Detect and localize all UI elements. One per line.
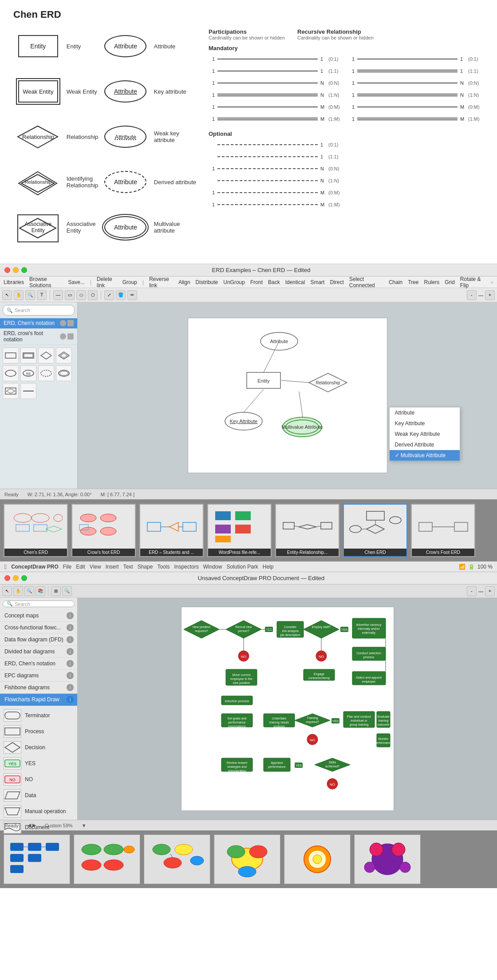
menu2-view[interactable]: View: [90, 564, 101, 570]
thumb2-item-1[interactable]: [4, 834, 70, 884]
lib-icon-5[interactable]: [3, 365, 19, 381]
maximize-button[interactable]: [21, 267, 27, 273]
thumb-students[interactable]: ERD – Students and ...: [139, 504, 204, 557]
sidebar2-cross-functional[interactable]: Cross-functional flowc... i: [0, 622, 77, 634]
menu-smart[interactable]: Smart: [310, 279, 324, 285]
menu2-tools[interactable]: Tools: [157, 564, 170, 570]
thumb2-item-2[interactable]: [74, 834, 140, 884]
thumb2-item-6[interactable]: [354, 834, 421, 884]
lib-icon-8[interactable]: [56, 365, 72, 381]
menu2-inspectors[interactable]: Inspectors: [174, 564, 198, 570]
menu-rotate-flip[interactable]: Rotate & Flip: [460, 276, 485, 288]
sidebar-item-crowsfoot[interactable]: ERD, crow's foot notation: [0, 328, 77, 345]
menu-browse[interactable]: Browse Solutions: [29, 276, 63, 288]
sidebar-item-chen[interactable]: ERD, Chen's notation: [0, 318, 77, 328]
app2-zoom-in[interactable]: +: [485, 586, 495, 596]
menu-grid[interactable]: Grid: [445, 279, 455, 285]
data-shape[interactable]: [4, 789, 21, 802]
app2-hand-tool[interactable]: ✋: [13, 586, 23, 596]
chen-settings-icon[interactable]: [67, 320, 74, 326]
app2-zoom-out[interactable]: -: [467, 586, 477, 596]
decision-shape[interactable]: [4, 741, 21, 754]
toolbar-text[interactable]: T: [37, 290, 47, 300]
toolbar-zoom-in2[interactable]: +: [485, 290, 495, 300]
sidebar2-dfd[interactable]: Data flow diagram (DFD) i: [0, 634, 77, 646]
close-button[interactable]: [4, 267, 10, 273]
ctx-attribute[interactable]: Attribute: [390, 407, 460, 418]
app2-close-button[interactable]: [4, 575, 10, 581]
menu2-text[interactable]: Text: [123, 564, 133, 570]
thumb-chen-erd[interactable]: Chen ERD: [343, 504, 407, 557]
lib-icon-4[interactable]: [56, 348, 72, 364]
sidebar2-flowcharts[interactable]: Flowcharts Rapid Draw i: [0, 694, 77, 706]
minimize-button[interactable]: [13, 267, 19, 273]
thumb-crowsfoot[interactable]: Crow's foot ERD: [71, 504, 136, 557]
crows-info-icon[interactable]: [60, 333, 66, 340]
lib-icon-10[interactable]: [20, 383, 36, 399]
thumb2-item-5[interactable]: [284, 834, 351, 884]
menu-save[interactable]: Save...: [68, 279, 85, 285]
menu-libraries[interactable]: Libraries: [4, 279, 24, 285]
thumb-entity-rel[interactable]: Entity-Relationship...: [275, 504, 339, 557]
menu-tree[interactable]: Tree: [408, 279, 418, 285]
toolbar-zoom-out[interactable]: -: [467, 290, 477, 300]
thumb-chens-erd[interactable]: Chen's ERD: [4, 504, 68, 557]
toolbar-pointer[interactable]: ↖: [2, 290, 12, 300]
process-shape[interactable]: [4, 725, 21, 738]
lib-icon-3[interactable]: [38, 348, 54, 364]
sidebar-search[interactable]: 🔍 Search: [3, 305, 75, 316]
menu-front[interactable]: Front: [250, 279, 263, 285]
app2-minimize-button[interactable]: [13, 575, 19, 581]
sidebar2-divided-bar[interactable]: Divided bar diagrams i: [0, 646, 77, 658]
menu2-edit[interactable]: Edit: [76, 564, 85, 570]
thumb-wordpress[interactable]: WordPress file-refe...: [207, 504, 272, 557]
ctx-key-attribute[interactable]: Key Attribute: [390, 418, 460, 429]
menu-back[interactable]: Back: [268, 279, 280, 285]
ctx-multivalue-attribute[interactable]: ✓ Multivalue Attribute: [390, 450, 460, 461]
menu-identical[interactable]: Identical: [285, 279, 305, 285]
toolbar-zoom-in[interactable]: 🔍: [25, 290, 35, 300]
sidebar2-concept-maps[interactable]: Concept maps i: [0, 610, 77, 622]
toolbar-rect[interactable]: ▭: [65, 290, 75, 300]
terminator-shape[interactable]: [4, 709, 21, 722]
sidebar2-erd-chen[interactable]: ERD, Chen's notation i: [0, 658, 77, 670]
lib-icon-1[interactable]: [3, 348, 19, 364]
crows-settings-icon[interactable]: [67, 333, 74, 340]
menu2-insert[interactable]: Insert: [106, 564, 119, 570]
menu2-help[interactable]: Help: [263, 564, 274, 570]
menu-align[interactable]: Align: [178, 279, 190, 285]
lib-icon-9[interactable]: [3, 383, 19, 399]
toolbar-line[interactable]: —: [53, 290, 63, 300]
menu-reverse[interactable]: Reverse link: [149, 276, 173, 288]
context-menu[interactable]: Attribute Key Attribute Weak Key Attribu…: [389, 407, 460, 461]
lib-icon-6[interactable]: Attr: [20, 365, 36, 381]
toolbar-bucket[interactable]: 🪣: [116, 290, 126, 300]
app2-search-input[interactable]: 🔍 Search: [3, 601, 75, 607]
app2-maximize-button[interactable]: [21, 575, 27, 581]
sidebar2-epc[interactable]: EPC diagrams i: [0, 670, 77, 682]
yes-shape[interactable]: YES: [4, 757, 21, 770]
app2-grid-icon[interactable]: ⊞: [51, 586, 61, 596]
ctx-derived-attribute[interactable]: Derived Attribute: [390, 439, 460, 450]
menu2-window[interactable]: Window: [203, 564, 222, 570]
menu-chain[interactable]: Chain: [389, 279, 402, 285]
menu2-shape[interactable]: Shape: [138, 564, 153, 570]
app2-search-icon[interactable]: 🔍: [62, 586, 72, 596]
toolbar-pen[interactable]: ✏: [127, 290, 137, 300]
ctx-weak-key-attribute[interactable]: Weak Key Attribute: [390, 429, 460, 439]
menu-ungroup[interactable]: UnGroup: [223, 279, 245, 285]
menu2-solution-park[interactable]: Solution Park: [226, 564, 258, 570]
menu-select-connected[interactable]: Select Connected: [349, 276, 383, 288]
menu-delete-link[interactable]: Delete link: [97, 276, 117, 288]
toolbar-hand[interactable]: ✋: [14, 290, 24, 300]
thumb2-item-3[interactable]: [144, 834, 210, 884]
toolbar-connect[interactable]: ⤢: [104, 290, 114, 300]
menu-group[interactable]: Group: [122, 279, 137, 285]
menu-distribute[interactable]: Distribute: [196, 279, 218, 285]
app2-library-icon[interactable]: 📚: [36, 586, 45, 596]
menu-direct[interactable]: Direct: [330, 279, 343, 285]
toolbar-oval[interactable]: ⬭: [76, 290, 86, 300]
app2-zoom-tool[interactable]: 🔍: [24, 586, 34, 596]
no-shape[interactable]: NO: [4, 773, 21, 786]
menu2-file[interactable]: File: [63, 564, 71, 570]
